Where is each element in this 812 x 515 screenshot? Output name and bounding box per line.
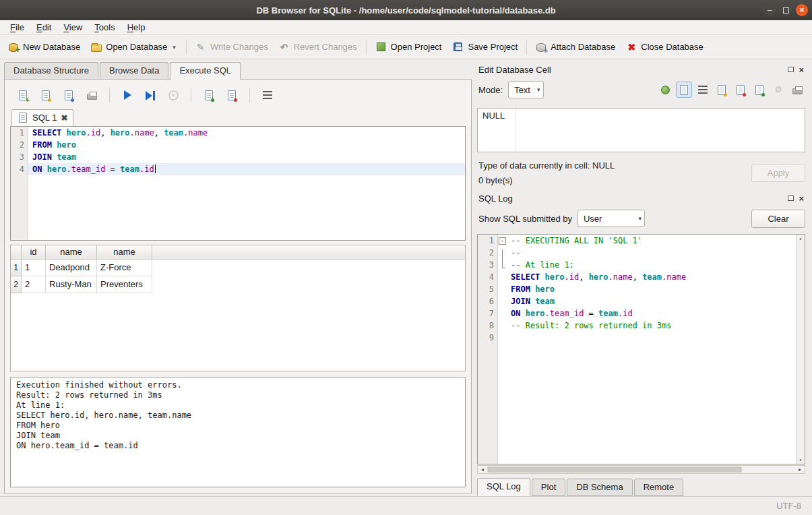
tab-sql-log[interactable]: SQL Log [477, 478, 530, 496]
horizontal-scrollbar[interactable]: ◂ ▸ [477, 465, 805, 474]
filter-label: Show SQL submitted by [478, 214, 572, 224]
toolbar-separator [186, 40, 187, 55]
menu-help[interactable]: Help [121, 21, 152, 34]
save-project-button[interactable]: Save Project [447, 38, 523, 55]
menu-tools[interactable]: Tools [88, 21, 121, 34]
new-database-button[interactable]: New Database [3, 39, 86, 55]
grid-corner [11, 245, 22, 259]
clear-button[interactable]: Clear [751, 210, 805, 228]
execution-output[interactable]: Execution finished without errors.Result… [10, 377, 466, 487]
attach-database-button[interactable]: Attach Database [530, 39, 621, 55]
tab-db-schema[interactable]: DB Schema [567, 479, 632, 496]
open-file-icon[interactable] [714, 82, 730, 98]
set-null-icon[interactable]: Ø [770, 82, 786, 98]
code-line: ON hero.team_id = team.id [28, 163, 465, 175]
scroll-left-icon[interactable]: ◂ [478, 466, 487, 473]
sql-log-view[interactable]: 123456789 -- EXECUTING ALL IN 'SQL 1'---… [477, 234, 805, 464]
word-wrap-icon[interactable] [695, 82, 711, 98]
mode-select[interactable]: Text ▾ [508, 81, 543, 98]
tab-remote[interactable]: Remote [634, 479, 684, 496]
text-view-icon[interactable] [676, 82, 692, 98]
scroll-right-icon[interactable]: ▸ [795, 466, 805, 473]
close-tab-icon[interactable]: ✖ [61, 114, 67, 122]
tab-sql-1[interactable]: SQL 1 ✖ [11, 109, 73, 126]
open-database-dropdown-icon[interactable]: ▾ [171, 44, 177, 51]
table-cell[interactable]: 1 [22, 260, 46, 276]
float-dock-icon[interactable] [788, 67, 794, 72]
table-cell[interactable]: Deadpond [46, 260, 97, 276]
save-sql-file-icon[interactable] [60, 86, 77, 104]
edit-cell-title: Edit Database Cell [478, 65, 788, 75]
editor-line-numbers: 1234 [11, 127, 28, 240]
apply-button[interactable]: Apply [751, 164, 805, 182]
table-cell[interactable]: Z-Force [97, 260, 152, 276]
cell-info: Type of data currently in cell: NULL 0 b… [477, 159, 805, 191]
line-number: 3 [478, 259, 497, 271]
results-grid[interactable]: idnamename11DeadpondZ-Force22Rusty-ManPr… [10, 245, 466, 371]
line-number: 3 [11, 151, 28, 163]
table-cell[interactable]: Rusty-Man [46, 276, 97, 293]
fold-marker [498, 262, 507, 274]
left-panel: Database StructureBrowse DataExecute SQL… [0, 59, 472, 496]
export-results-icon[interactable] [200, 86, 218, 104]
open-sql-file-icon[interactable] [37, 86, 55, 104]
import-icon[interactable] [732, 82, 749, 98]
minimize-button[interactable]: – [763, 4, 776, 16]
print-icon[interactable] [83, 86, 100, 104]
revert-changes-button[interactable]: ↶Revert Changes [274, 39, 363, 55]
toolbar-separator [249, 88, 250, 102]
tab-browse-data[interactable]: Browse Data [100, 62, 168, 79]
write-changes-button[interactable]: ✎Write Changes [190, 39, 274, 55]
scroll-up-icon[interactable]: ▴ [799, 235, 803, 241]
fold-marker[interactable] [498, 237, 507, 249]
title-bar[interactable]: DB Browser for SQLite - /home/user/code/… [0, 0, 812, 20]
cell-value-editor[interactable]: NULL [477, 108, 805, 152]
sql-editor[interactable]: 1234 SELECT hero.id, hero.name, team.nam… [10, 126, 466, 241]
close-database-button[interactable]: ✖Close Database [621, 39, 709, 55]
line-number: 8 [478, 320, 497, 332]
column-header-id-0[interactable]: id [22, 245, 46, 259]
column-header-name-2[interactable]: name [97, 245, 152, 259]
execute-all-icon[interactable] [119, 86, 136, 104]
execute-current-line-icon[interactable] [142, 86, 159, 104]
close-dock-icon[interactable]: × [799, 194, 804, 203]
table-cell[interactable]: 2 [22, 276, 46, 293]
table-cell[interactable]: Preventers [97, 276, 152, 293]
export-icon[interactable] [751, 82, 768, 98]
float-dock-icon[interactable] [788, 195, 794, 201]
open-tab-icon[interactable] [14, 86, 32, 104]
open-database-button[interactable]: Open Database▾ [86, 39, 183, 55]
chevron-down-icon: ▾ [537, 86, 540, 93]
auto-switch-mode-icon[interactable] [657, 82, 673, 98]
menu-file[interactable]: File [4, 21, 30, 34]
tab-execute-sql[interactable]: Execute SQL [170, 62, 241, 80]
tab-plot[interactable]: Plot [532, 479, 565, 496]
column-header-name-1[interactable]: name [46, 245, 97, 259]
output-line: Result: 2 rows returned in 3ms [16, 390, 460, 400]
tab-database-structure[interactable]: Database Structure [4, 62, 98, 79]
revert-changes-label: Revert Changes [294, 42, 357, 52]
save-project-icon [454, 42, 462, 51]
vertical-scrollbar[interactable]: ▴ ▾ [796, 235, 805, 464]
submitted-by-select[interactable]: User ▾ [577, 210, 645, 227]
save-results-icon[interactable] [223, 86, 241, 104]
line-number: 9 [478, 332, 497, 344]
close-button[interactable]: × [796, 4, 808, 16]
code-line: JOIN team [507, 295, 796, 307]
table-row[interactable]: 11DeadpondZ-Force [11, 260, 465, 276]
maximize-button[interactable] [780, 4, 792, 16]
print-icon[interactable] [789, 82, 805, 98]
revert-changes-icon: ↶ [279, 42, 290, 53]
menu-edit[interactable]: Edit [30, 21, 57, 34]
scroll-down-icon[interactable]: ▾ [799, 457, 803, 463]
code-line: ON hero.team_id = team.id [507, 307, 796, 320]
table-row[interactable]: 22Rusty-ManPreventers [11, 276, 465, 293]
close-dock-icon[interactable]: × [799, 65, 804, 74]
stop-icon[interactable]: × [164, 86, 182, 104]
row-header: 2 [11, 276, 22, 293]
scrollbar-thumb[interactable] [487, 466, 742, 473]
menu-view[interactable]: View [57, 21, 88, 34]
format-sql-icon[interactable] [259, 86, 276, 104]
write-changes-label: Write Changes [210, 42, 268, 52]
open-project-button[interactable]: Open Project [370, 38, 447, 55]
